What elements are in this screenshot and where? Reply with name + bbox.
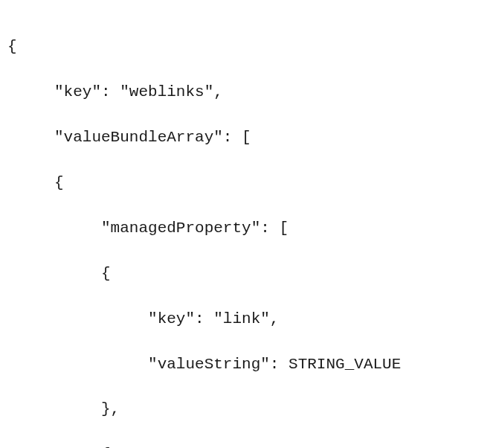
- code-line: {: [7, 263, 483, 285]
- code-line: {: [7, 36, 483, 58]
- code-line: {: [7, 172, 483, 194]
- code-line: },: [7, 398, 483, 420]
- code-line: "valueBundleArray": [: [7, 127, 483, 149]
- code-block: { "key": "weblinks", "valueBundleArray":…: [7, 13, 483, 448]
- code-line: "key": "weblinks",: [7, 81, 483, 103]
- code-line: "managedProperty": [: [7, 217, 483, 240]
- code-line: "key": "link",: [7, 308, 483, 330]
- code-line: {: [7, 444, 483, 448]
- code-line: "valueString": STRING_VALUE: [7, 353, 483, 376]
